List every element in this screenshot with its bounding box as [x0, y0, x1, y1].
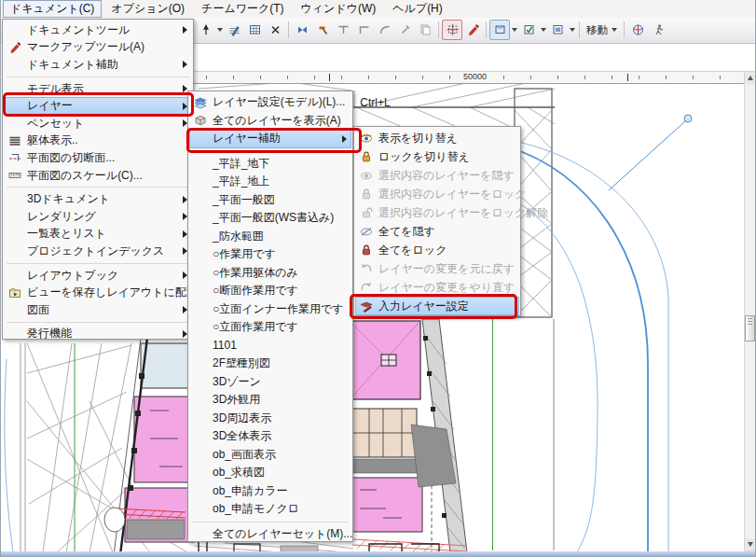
toggle-lock-icon	[359, 149, 374, 164]
menu-item-layer-item[interactable]: 3D全体表示	[189, 427, 351, 446]
blank-icon	[193, 301, 208, 316]
menu-item-label: ○断面作業用です	[213, 283, 298, 299]
menubar-item-teamwork[interactable]: チームワーク(T)	[194, 0, 291, 18]
scale-icon	[7, 168, 22, 183]
corner-guide-icon[interactable]	[353, 20, 374, 40]
globe-icon[interactable]	[627, 20, 648, 40]
layer-dialog-icon[interactable]	[489, 20, 510, 40]
favorites-icon[interactable]	[224, 20, 244, 40]
menu-item-drawing[interactable]: 図面	[4, 301, 192, 319]
menu-item-layer-item[interactable]: ob_申請モノクロ	[189, 500, 351, 519]
scroll-up-button[interactable]	[745, 72, 755, 84]
menu-item-layer-item[interactable]: _平面一般図	[189, 191, 351, 210]
input-layer-settings-icon	[359, 299, 374, 313]
scroll-down-button[interactable]	[745, 538, 755, 550]
menubar-item-window[interactable]: ウィンドウ(W)	[294, 0, 384, 18]
delete-icon[interactable]	[265, 20, 285, 40]
archicad-window: { "menubar": { "items": [ {"id":"documen…	[0, 0, 756, 557]
menu-item-schedules-lists[interactable]: 一覧表とリスト	[4, 226, 192, 244]
menu-item-layout-book[interactable]: レイアウトブック	[4, 267, 192, 285]
menubar-item-document[interactable]: ドキュメント(C)	[3, 0, 102, 18]
dropdown-caret-icon	[541, 28, 546, 32]
window-fit-icon[interactable]	[547, 20, 568, 40]
menu-item-layer-item[interactable]: _平詳_地下	[189, 155, 351, 174]
menu-item-label: 選択内容のレイヤーを隠す	[378, 168, 515, 184]
menu-item-layer-settings-model[interactable]: レイヤー設定(モデル)(L)...Ctrl+L	[189, 93, 351, 112]
menu-item-project-indexes[interactable]: プロジェクトインデックス	[4, 243, 192, 260]
menu-item-label: レイヤーの変更を元に戻す	[378, 261, 515, 277]
menu-item-lock-all[interactable]: 全てをロック	[355, 241, 519, 259]
tsquare-icon[interactable]	[333, 20, 353, 40]
menu-item-layer-item[interactable]: _平面一般図(WS書込み)	[189, 209, 351, 228]
document-menu: ドキュメントツールマークアップツール(A)ドキュメント補助モデル表示レイヤーペン…	[2, 19, 194, 340]
blank-icon	[7, 268, 22, 283]
menu-item-publisher[interactable]: 発行機能	[4, 326, 192, 343]
menu-item-layer-item[interactable]: _平詳_地上	[189, 173, 351, 191]
menu-item-rendering[interactable]: レンダリング	[4, 208, 192, 226]
menu-item-layer-item[interactable]: ○断面作業用です	[189, 282, 351, 300]
menu-item-label: 表示を切り替え	[378, 131, 458, 146]
menu-item-layer-item[interactable]: ob_画面表示	[189, 446, 351, 465]
scrollbar-thumb[interactable]	[745, 315, 755, 341]
menu-item-label: ○立面作業用です	[213, 319, 298, 335]
inject-parameters-icon[interactable]	[394, 20, 415, 40]
menu-item-label: ドキュメントツール	[27, 22, 130, 38]
menu-item-label: レンダリング	[27, 209, 96, 225]
dropdown-caret-button[interactable]	[510, 21, 518, 39]
markup-pen-icon[interactable]	[462, 20, 483, 40]
menu-item-layer-item[interactable]: ○立面インナー作業用です	[189, 300, 351, 319]
walk-icon[interactable]	[648, 20, 668, 40]
menu-item-layer[interactable]: レイヤー	[4, 97, 192, 115]
blank-icon	[193, 192, 208, 207]
menu-item-layer-item[interactable]: 3D外観用	[189, 391, 351, 410]
menu-item-layer-item[interactable]: 2F壁種別図	[189, 355, 351, 373]
menu-item-layer-item[interactable]: ○立面作業用です	[189, 318, 351, 337]
pickup-parameters-icon[interactable]	[312, 20, 333, 40]
settings-grid-icon[interactable]	[244, 20, 265, 40]
vertical-scrollbar[interactable]	[744, 71, 756, 551]
dropdown-caret-button[interactable]	[568, 21, 576, 39]
menu-item-toggle-lock[interactable]: ロックを切り替え	[355, 147, 519, 166]
arc-guide-icon[interactable]	[374, 20, 394, 40]
marquee-icon[interactable]	[442, 20, 462, 40]
menu-item-save-view-place-layout[interactable]: ビューを保存しレイアウトに配置Alt+F7	[4, 284, 192, 301]
menu-item-layer-item[interactable]: ob_申請カラー	[189, 482, 351, 501]
menu-item-show-all-layers[interactable]: 全てのレイヤーを表示(A)	[189, 112, 351, 131]
pin-tool-icon[interactable]	[195, 20, 215, 40]
menu-item-layer-item[interactable]: ○作業用です	[189, 245, 351, 264]
dropdown-caret-button[interactable]	[215, 21, 224, 39]
menu-item-layer-item[interactable]: _防水範囲	[189, 228, 351, 246]
menu-item-markup-tools[interactable]: マークアップツール(A)	[4, 39, 192, 57]
menu-item-layer-item[interactable]: 1101	[189, 337, 351, 355]
menu-item-toggle-visibility[interactable]: 表示を切り替え	[355, 129, 519, 147]
menu-item-layer-item[interactable]: ob_求積図	[189, 464, 351, 482]
menu-item-floor-plan-cut-plane[interactable]: 平面図の切断面...	[4, 149, 192, 167]
view-check-icon[interactable]	[518, 20, 539, 40]
submenu-arrow-icon	[183, 61, 187, 68]
menu-item-layer-extras[interactable]: レイヤー補助	[189, 130, 351, 148]
blank-icon	[7, 227, 22, 242]
menu-item-document-tools[interactable]: ドキュメントツール	[4, 21, 192, 39]
blank-icon	[193, 174, 208, 189]
bowtie-node-icon[interactable]	[292, 20, 312, 40]
menu-item-layer-item[interactable]: ○作業用躯体のみ	[189, 264, 351, 283]
blank-icon	[7, 244, 22, 258]
menu-item-3d-document[interactable]: 3Dドキュメント	[4, 190, 192, 208]
move-button[interactable]: 移動	[583, 21, 621, 39]
menu-item-floor-plan-scale[interactable]: 平面図のスケール(C)...	[4, 167, 192, 185]
menu-item-label: ob_画面表示	[213, 447, 276, 463]
menu-item-layer-item[interactable]: 3Dゾーン	[189, 373, 351, 392]
menu-item-input-layer-settings[interactable]: 入力レイヤー設定	[355, 297, 519, 315]
menu-item-structure-display[interactable]: 躯体表示..	[4, 132, 192, 150]
menu-item-document-extras[interactable]: ドキュメント補助	[4, 56, 192, 74]
menu-item-pen-set[interactable]: ペンセット	[4, 115, 192, 132]
menu-item-layer-item[interactable]: 3D周辺表示	[189, 410, 351, 428]
menubar-item-options[interactable]: オプション(O)	[103, 0, 192, 18]
menu-item-all-layer-sets[interactable]: 全てのレイヤーセット(M)...	[189, 525, 351, 544]
dropdown-caret-button[interactable]	[539, 21, 547, 39]
menu-item-model-view[interactable]: モデル表示	[4, 80, 192, 98]
menubar-item-help[interactable]: ヘルプ(H)	[385, 0, 450, 18]
blank-icon	[193, 483, 208, 498]
menu-item-hide-all[interactable]: 全てを隠す	[355, 222, 519, 241]
copy-icon[interactable]	[415, 20, 435, 40]
